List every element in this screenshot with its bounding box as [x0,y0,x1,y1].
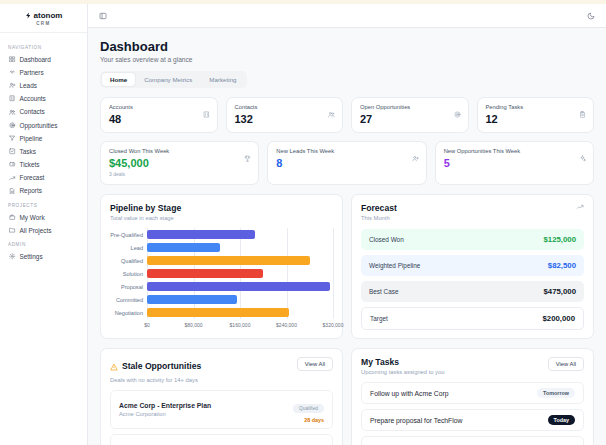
sidebar-item-label: Tickets [20,161,40,168]
stat-label: New Leads This Week [276,148,417,154]
days-stale: 28 days [293,417,324,423]
y-axis-label: Solution [110,271,147,277]
chart-bar-committed [147,295,237,304]
stat-value: 5 [444,157,585,169]
tab-home[interactable]: Home [102,73,135,86]
x-tick-label: $160,000 [230,322,251,328]
stale-opportunity-row[interactable]: TechFlow - Platform LicenseTechFlow Solu… [110,434,333,445]
building-icon [9,95,16,102]
nav-section-label: Navigation [8,45,79,50]
sidebar-item-my-work[interactable]: My Work [6,211,81,223]
due-badge: Today [548,415,575,425]
tasks-view-all-button[interactable]: View All [548,357,584,371]
gridline [240,293,241,306]
chart-bar-lead [147,243,220,252]
dashboard-content: Dashboard Your sales overview at a glanc… [88,28,606,445]
gear-icon [9,253,16,260]
x-axis: $0$80,000$160,000$240,000$320,000 [147,321,333,330]
bolt-icon [25,12,32,19]
sidebar-item-contacts[interactable]: Contacts [6,106,81,118]
y-axis-label: Proposal [110,284,147,290]
stat-value: 27 [360,113,460,125]
sidebar-item-dashboard[interactable]: Dashboard [6,53,81,65]
clipboard-icon [579,111,586,118]
opportunity-name: Acme Corp - Enterprise Plan [119,402,211,409]
forecast-row-weighted-pipeline: Weighted Pipeline$82,500 [361,255,584,276]
page-title: Dashboard [100,39,594,54]
sidebar-item-settings[interactable]: Settings [6,250,81,262]
topbar [88,4,606,28]
highlight-card-new-opportunities-this-week: New Opportunities This Week5 [435,141,594,185]
sidebar-item-tasks[interactable]: Tasks [6,145,81,157]
task-row[interactable]: Follow up with Acme CorpTomorrow [361,382,584,404]
forecast-label: Weighted Pipeline [369,262,420,269]
user-plus-icon [9,82,16,89]
task-row[interactable]: Schedule demo with Horizon LabsFeb 25 [361,436,584,445]
sidebar-item-label: Contacts [20,108,45,115]
stat-label: Pending Tasks [486,104,586,110]
x-tick-label: $0 [144,322,150,328]
sidebar-nav: NavigationDashboardPartnersLeadsAccounts… [0,33,87,263]
trend-up-icon [9,175,16,182]
stale-opportunity-row[interactable]: Acme Corp - Enterprise PlanAcme Corporat… [110,390,333,429]
sidebar-toggle-icon[interactable] [99,12,107,20]
sidebar-item-label: Dashboard [20,56,51,63]
due-badge: Tomorrow [537,388,575,398]
sidebar-item-label: My Work [20,214,45,221]
gridline [333,267,334,280]
chart-row: Lead [110,241,333,254]
ticket-icon [9,161,16,168]
task-title: Follow up with Acme Corp [370,390,449,397]
stale-list: Acme Corp - Enterprise PlanAcme Corporat… [110,390,333,445]
building-icon [203,111,210,118]
stat-card-pending-tasks: Pending Tasks12 [477,97,595,133]
task-list: Follow up with Acme CorpTomorrowPrepare … [361,382,584,445]
stats-row: Accounts48Contacts132Open Opportunities2… [100,97,594,133]
chart-bar-solution [147,269,263,278]
sidebar: atonom CRM NavigationDashboardPartnersLe… [0,4,88,445]
forecast-row-best-case: Best Case$475,000 [361,281,584,302]
main-area: Dashboard Your sales overview at a glanc… [88,4,606,445]
gridline [240,241,241,254]
stat-value: 132 [235,113,335,125]
stale-title: Stale Opportunities [122,361,201,371]
stale-view-all-button[interactable]: View All [297,357,333,371]
sidebar-item-opportunities[interactable]: Opportunities [6,119,81,131]
chart-bar-pre-qualified [147,230,255,239]
gridline [333,306,334,319]
stat-label: Closed Won This Week [109,148,250,154]
sidebar-item-label: Tasks [20,148,36,155]
forecast-value: $200,000 [542,314,575,323]
tasks-title: My Tasks [361,357,444,367]
chart-row: Qualified [110,254,333,267]
sidebar-item-reports[interactable]: Reports [6,185,81,197]
chart-track [147,280,333,293]
chart-subtitle: Total value in each stage [110,215,333,221]
theme-toggle-icon[interactable] [587,12,595,20]
sidebar-item-partners[interactable]: Partners [6,66,81,78]
task-row[interactable]: Prepare proposal for TechFlowToday [361,409,584,431]
gridline [333,280,334,293]
sidebar-item-tickets[interactable]: Tickets [6,159,81,171]
sidebar-item-accounts[interactable]: Accounts [6,93,81,105]
forecast-title: Forecast [361,203,397,213]
target-icon [454,111,461,118]
tab-company-metrics[interactable]: Company Metrics [136,73,200,86]
sidebar-item-label: All Projects [20,227,52,234]
forecast-subtitle: This Month [361,215,397,221]
stat-card-contacts: Contacts132 [226,97,344,133]
sidebar-item-all-projects[interactable]: All Projects [6,224,81,236]
sidebar-item-leads[interactable]: Leads [6,79,81,91]
sidebar-item-forecast[interactable]: Forecast [6,172,81,184]
forecast-value: $125,000 [543,235,576,244]
tab-marketing[interactable]: Marketing [201,73,244,86]
x-tick-label: $80,000 [184,322,202,328]
gridline [333,228,334,241]
chart-title: Pipeline by Stage [110,203,333,213]
chart-track [147,306,333,319]
target-icon [9,122,16,129]
sidebar-item-label: Leads [20,82,37,89]
sidebar-item-pipeline[interactable]: Pipeline [6,132,81,144]
chart-track [147,267,333,280]
stat-label: Open Opportunities [360,104,460,110]
